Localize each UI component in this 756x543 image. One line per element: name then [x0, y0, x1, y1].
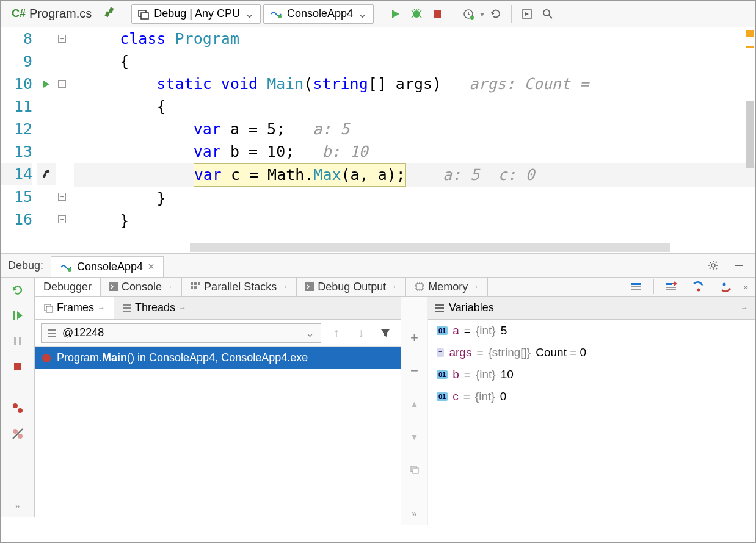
tab-frames[interactable]: Frames→: [35, 297, 114, 319]
fold-toggle[interactable]: −: [58, 215, 66, 223]
build-hammer-button[interactable]: [100, 5, 118, 23]
variable-row[interactable]: 01c = {int} 0: [428, 386, 755, 408]
svg-rect-13: [13, 311, 15, 320]
remove-watch-button[interactable]: −: [404, 360, 426, 382]
svg-point-11: [711, 264, 715, 267]
debug-label: Debug:: [8, 259, 43, 272]
file-tab[interactable]: C# Program.cs: [5, 7, 98, 21]
tab-memory[interactable]: Memory→: [406, 278, 488, 296]
stop-debug-button[interactable]: [7, 356, 29, 378]
tab-parallel-stacks[interactable]: Parallel Stacks→: [182, 278, 297, 296]
prev-frame-button[interactable]: ↑: [327, 324, 346, 342]
debug-panels: » Debugger Console→ Parallel Stacks→ Deb…: [1, 278, 755, 517]
var-name: a: [453, 324, 459, 337]
svg-rect-38: [46, 306, 53, 312]
svg-rect-22: [191, 282, 193, 285]
tab-debug-output[interactable]: Debug Output→: [297, 278, 406, 296]
svg-point-10: [68, 268, 71, 272]
někdo-run-tab[interactable]: ConsoleApp4 ×: [51, 256, 164, 277]
refresh-button[interactable]: [487, 5, 505, 23]
pause-button[interactable]: [7, 330, 29, 352]
fold-toggle[interactable]: −: [58, 35, 66, 43]
resume-button[interactable]: [7, 304, 29, 326]
attach-button[interactable]: [518, 5, 536, 23]
detach-icon[interactable]: →: [741, 304, 748, 312]
run-line-icon[interactable]: [37, 73, 56, 95]
horizontal-scrollbar[interactable]: [190, 243, 670, 252]
type-badge: 01: [437, 326, 448, 335]
variable-row[interactable]: ≡args = {string[]} Count = 0: [428, 342, 755, 364]
close-icon[interactable]: ×: [148, 261, 154, 273]
history-button[interactable]: [459, 5, 478, 23]
editor-markers[interactable]: [746, 30, 754, 49]
run-tab-label: ConsoleApp4: [77, 261, 143, 273]
variable-row[interactable]: 01b = {int} 10: [428, 364, 755, 386]
type-badge: 01: [437, 392, 448, 401]
tab-debugger[interactable]: Debugger: [35, 278, 101, 296]
settings-gear-button[interactable]: [704, 256, 722, 275]
svg-rect-46: [413, 468, 418, 473]
step-over-button[interactable]: [663, 278, 681, 296]
fold-toggle[interactable]: −: [58, 80, 66, 88]
fold-toggle[interactable]: −: [58, 193, 66, 201]
step-into-button[interactable]: [689, 278, 708, 296]
file-name: Program.cs: [29, 7, 92, 21]
debug-button[interactable]: [407, 5, 426, 23]
add-watch-button[interactable]: +: [404, 327, 426, 349]
variables-header: Variables →: [428, 297, 755, 320]
type-badge: ≡: [437, 348, 444, 357]
main-toolbar: C# Program.cs Debug | Any CPU ⌄ ConsoleA…: [1, 1, 755, 27]
variable-row[interactable]: 01a = {int} 5: [428, 320, 755, 342]
search-button[interactable]: [539, 5, 557, 23]
run-button[interactable]: [387, 5, 405, 23]
tab-threads[interactable]: Threads→: [114, 297, 195, 319]
vertical-scrollbar[interactable]: [746, 101, 754, 168]
more-vars-button[interactable]: »: [404, 503, 426, 525]
svg-rect-42: [48, 329, 56, 331]
svg-point-17: [13, 403, 18, 408]
var-type: {int}: [476, 368, 496, 381]
line-numbers: 8910 111213 141516: [1, 27, 37, 253]
show-execution-button[interactable]: [627, 278, 645, 296]
thread-selector[interactable]: @12248 ⌄: [41, 323, 321, 343]
run-gutter: [37, 27, 56, 253]
var-value: 0: [500, 390, 507, 403]
svg-rect-30: [631, 286, 641, 287]
step-out-button[interactable]: [716, 278, 735, 296]
svg-rect-40: [123, 307, 131, 309]
svg-rect-34: [666, 289, 676, 290]
svg-rect-25: [191, 286, 193, 289]
var-type: {string[]}: [489, 346, 531, 359]
debug-side-toolbar: »: [1, 278, 35, 517]
copy-button[interactable]: [404, 459, 426, 481]
rerun-button[interactable]: [7, 279, 29, 301]
var-value: 10: [501, 368, 514, 381]
breakpoints-button[interactable]: [7, 397, 29, 419]
var-name: b: [453, 368, 459, 381]
svg-rect-43: [48, 333, 56, 334]
project-combo[interactable]: ConsoleApp4 ⌄: [263, 4, 374, 24]
svg-point-8: [543, 10, 550, 16]
svg-rect-12: [735, 265, 743, 266]
code-content[interactable]: class Program { static void Main(string[…: [74, 27, 755, 253]
more-steps[interactable]: »: [743, 282, 748, 292]
csharp-icon: C#: [12, 7, 26, 20]
svg-rect-48: [435, 307, 444, 309]
minimize-button[interactable]: [730, 256, 748, 275]
build-config-combo[interactable]: Debug | Any CPU ⌄: [131, 4, 261, 24]
up-button[interactable]: ▲: [404, 393, 426, 415]
stop-button[interactable]: [428, 5, 446, 23]
code-editor[interactable]: 8910 111213 141516 − − − − class Program…: [1, 27, 755, 253]
filter-button[interactable]: [376, 324, 394, 342]
var-value: Count = 0: [536, 346, 586, 359]
debug-tabs: Debugger Console→ Parallel Stacks→ Debug…: [35, 278, 755, 297]
build-config-label: Debug | Any CPU: [154, 7, 240, 20]
down-button[interactable]: ▼: [404, 426, 426, 448]
tab-console[interactable]: Console→: [101, 278, 182, 296]
history-dropdown[interactable]: ▾: [480, 9, 484, 19]
more-button[interactable]: »: [7, 495, 29, 517]
stack-frame[interactable]: Program.Main() in ConsoleApp4, ConsoleAp…: [35, 347, 401, 369]
mute-breakpoints-button[interactable]: [7, 423, 29, 445]
next-frame-button[interactable]: ↓: [352, 324, 370, 342]
svg-rect-28: [416, 284, 423, 290]
